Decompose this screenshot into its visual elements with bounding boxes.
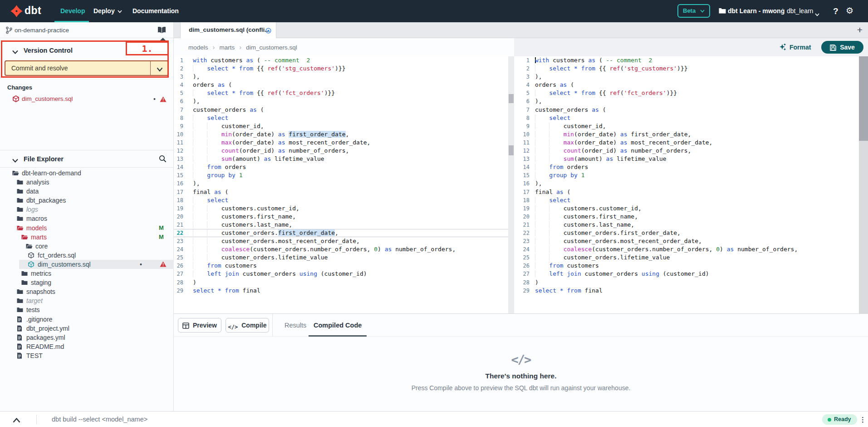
code-line-28[interactable]: 28): [522, 278, 859, 287]
nav-item-deploy[interactable]: Deploy: [93, 0, 122, 22]
breadcrumb-file[interactable]: dim_customers.sql: [246, 44, 297, 51]
code-line-15[interactable]: 15 group by 1: [174, 171, 508, 179]
code-line-12[interactable]: 12 count(order_id) as number_of_orders,: [174, 147, 508, 155]
code-line-28[interactable]: 28): [174, 278, 508, 287]
tree-item-models[interactable]: modelsM: [0, 223, 174, 233]
code-line-15[interactable]: 15 group by 1: [522, 171, 859, 179]
tree-item-dim-customers-sql[interactable]: dim_customers.sql•: [0, 260, 174, 269]
code-line-24[interactable]: 24 coalesce(customer_orders.number_of_or…: [174, 245, 508, 253]
format-button[interactable]: Format: [779, 41, 811, 53]
code-line-10[interactable]: 10 min(order_date) as first_order_date,: [522, 130, 859, 139]
commit-and-resolve-button[interactable]: Commit and resolve: [5, 60, 169, 76]
chevron-up-icon[interactable]: [13, 417, 20, 425]
kebab-menu-icon[interactable]: ⋮: [859, 412, 866, 427]
tree-item-dbt-project-yml[interactable]: dbt_project.yml: [0, 324, 174, 333]
code-line-18[interactable]: 18 select: [174, 196, 508, 204]
code-line-6[interactable]: 6),: [174, 97, 508, 105]
code-line-2[interactable]: 2 select * from {{ ref('stg_customers')}…: [522, 65, 859, 73]
tree-item-marts[interactable]: martsM: [0, 233, 174, 242]
code-line-7[interactable]: 7customer_orders as (: [522, 106, 859, 114]
dbt-logo-icon[interactable]: [10, 5, 23, 19]
code-line-20[interactable]: 20 customers.first_name,: [522, 213, 859, 221]
code-line-14[interactable]: 14 from orders: [174, 163, 508, 171]
code-line-11[interactable]: 11 max(order_date) as most_recent_order_…: [522, 139, 859, 147]
project-name[interactable]: dbt_learn: [787, 0, 813, 22]
tree-item-target[interactable]: target: [0, 296, 174, 305]
gear-icon[interactable]: ⚙: [846, 0, 853, 22]
code-line-19[interactable]: 19 customers.customer_id,: [522, 204, 859, 213]
book-icon[interactable]: [157, 26, 166, 35]
code-line-29[interactable]: 29select * from final: [522, 287, 859, 295]
code-line-5[interactable]: 5 select * from {{ ref('fct_orders')}}: [174, 89, 508, 97]
nav-item-develop[interactable]: Develop: [60, 0, 85, 22]
code-line-3[interactable]: 3),: [174, 73, 508, 81]
tree-item-dbt-learn-on-demand[interactable]: dbt-learn-on-demand: [0, 169, 174, 178]
new-tab-button[interactable]: +: [857, 22, 863, 38]
command-input[interactable]: dbt build --select <model_name>: [52, 412, 147, 427]
file-explorer-header[interactable]: File Explorer: [0, 150, 174, 168]
beta-button[interactable]: Beta: [677, 4, 710, 18]
tree-item-macros[interactable]: macros: [0, 214, 174, 223]
tree-item-staging[interactable]: staging: [0, 278, 174, 287]
compile-button[interactable]: </>Compile: [226, 318, 269, 333]
code-line-4[interactable]: 4orders as (: [174, 81, 508, 89]
code-line-18[interactable]: 18 select: [522, 196, 859, 204]
tree-item-readme-md[interactable]: README.md: [0, 342, 174, 351]
chevron-down-icon[interactable]: [815, 10, 819, 18]
code-line-17[interactable]: 17final as (: [174, 188, 508, 196]
code-pane-left[interactable]: 1with customers as ( -- comment 22 selec…: [174, 56, 508, 313]
tree-item-tests[interactable]: tests: [0, 305, 174, 314]
code-line-23[interactable]: 23 customer_orders.most_recent_order_dat…: [522, 237, 859, 245]
tree-item-packages-yml[interactable]: packages.yml: [0, 333, 174, 342]
code-line-25[interactable]: 25 customer_orders.lifetime_value: [522, 253, 859, 262]
code-line-14[interactable]: 14 from orders: [522, 163, 859, 171]
tree-item-dbt-packages[interactable]: dbt_packages: [0, 196, 174, 205]
code-line-16[interactable]: 16),: [174, 179, 508, 188]
code-line-5[interactable]: 5 select * from {{ ref('fct_orders')}}: [522, 89, 859, 97]
code-line-26[interactable]: 26 from customers: [174, 262, 508, 270]
code-line-22[interactable]: 22 customer_orders.first_order_date,: [174, 229, 508, 237]
tree-item--gitignore[interactable]: .gitignore: [0, 315, 174, 324]
code-line-4[interactable]: 4orders as (: [522, 81, 859, 89]
dbt-logo-text[interactable]: dbt: [25, 5, 41, 17]
tree-item-test[interactable]: TEST: [0, 351, 174, 360]
code-line-24[interactable]: 24 coalesce(customer_orders.number_of_or…: [522, 245, 859, 253]
code-line-27[interactable]: 27 left join customer_orders using (cust…: [174, 270, 508, 278]
git-branch-row[interactable]: on-demand-practice: [0, 22, 173, 38]
conflict-target-icon[interactable]: [265, 27, 271, 35]
tree-item-analysis[interactable]: analysis: [0, 178, 174, 187]
code-line-21[interactable]: 21 customers.last_name,: [174, 221, 508, 229]
code-line-29[interactable]: 29select * from final: [174, 287, 508, 295]
code-line-22[interactable]: 22 customer_orders.first_order_date,: [522, 229, 859, 237]
tree-item-snapshots[interactable]: snapshots: [0, 287, 174, 296]
code-line-1[interactable]: 1with customers as ( -- comment 2: [174, 56, 508, 65]
tree-item-logs[interactable]: logs: [0, 205, 174, 214]
chevron-down-icon[interactable]: [157, 65, 163, 74]
search-icon[interactable]: [159, 155, 167, 164]
code-line-27[interactable]: 27 left join customer_orders using (cust…: [522, 270, 859, 278]
right-pane-scrollbar[interactable]: [859, 56, 868, 313]
code-line-8[interactable]: 8 select: [174, 114, 508, 122]
code-line-16[interactable]: 16),: [522, 179, 859, 188]
scrollbar-thumb[interactable]: [859, 56, 868, 141]
code-line-9[interactable]: 9 customer_id,: [522, 122, 859, 130]
tree-item-core[interactable]: core: [0, 242, 174, 251]
code-line-6[interactable]: 6),: [522, 97, 859, 105]
code-line-19[interactable]: 19 customers.customer_id,: [174, 204, 508, 213]
code-line-11[interactable]: 11 max(order_date) as most_recent_order_…: [174, 139, 508, 147]
breadcrumb-models[interactable]: models: [188, 44, 208, 51]
scrollbar-thumb[interactable]: [509, 94, 514, 103]
code-line-13[interactable]: 13 sum(amount) as lifetime_value: [522, 155, 859, 163]
nav-item-documentation[interactable]: Documentation: [132, 0, 179, 22]
account-name[interactable]: dbt Learn - mwong: [728, 0, 785, 22]
tree-item-fct-orders-sql[interactable]: fct_orders.sql: [0, 251, 174, 260]
breadcrumb-marts[interactable]: marts: [220, 44, 235, 51]
help-icon[interactable]: ?: [833, 0, 839, 22]
code-line-3[interactable]: 3),: [522, 73, 859, 81]
preview-button[interactable]: Preview: [178, 318, 221, 333]
tab-results[interactable]: Results: [284, 314, 306, 337]
code-pane-right[interactable]: 1with customers as ( -- comment 22 selec…: [522, 56, 859, 313]
code-line-17[interactable]: 17final as (: [522, 188, 859, 196]
code-line-23[interactable]: 23 customer_orders.most_recent_order_dat…: [174, 237, 508, 245]
changes-item-dim-customers[interactable]: dim_customers.sql •: [0, 94, 174, 104]
